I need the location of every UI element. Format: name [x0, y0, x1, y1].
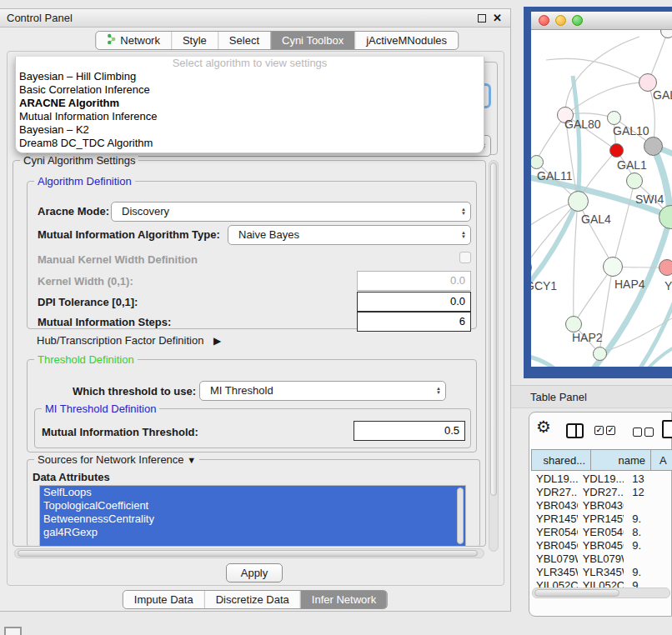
- apply-button[interactable]: Apply: [226, 563, 283, 582]
- table-row[interactable]: YER054C YER054C 8.: [531, 526, 671, 539]
- table-row[interactable]: YPR145W YPR145W 9.: [531, 512, 671, 526]
- network-node-hap2[interactable]: [565, 316, 582, 332]
- tab-network[interactable]: Network: [96, 32, 171, 49]
- dropdown-item-selected[interactable]: ARACNE Algorithm: [16, 97, 484, 110]
- settings-vertical-scrollbar[interactable]: [489, 160, 499, 552]
- table-row[interactable]: YBR045C YBR045C 9.: [531, 539, 671, 552]
- aracne-mode-combo[interactable]: Discovery ▲▼: [111, 202, 471, 222]
- combo-stepper-icon: ▲▼: [461, 208, 466, 216]
- column-header[interactable]: name: [591, 449, 651, 471]
- table-row[interactable]: YBR043C YBR043C: [531, 499, 671, 512]
- threshold-definition-group: Threshold Definition Which threshold to …: [27, 359, 477, 452]
- kernel-width-field[interactable]: 0.0: [357, 271, 471, 291]
- node-label: HAP2: [572, 331, 603, 344]
- mi-threshold-definition-title: MI Threshold Definition: [42, 402, 159, 415]
- table-row[interactable]: YIL052C YIL052C 9: [531, 579, 671, 588]
- tab-impute-data[interactable]: Impute Data: [123, 591, 204, 608]
- mac-zoom-icon[interactable]: [572, 15, 583, 26]
- mi-threshold-label: Mutual Information Threshold:: [42, 426, 198, 438]
- data-attributes-list[interactable]: SelfLoops TopologicalCoefficient Between…: [39, 485, 466, 547]
- hub-definition-expander[interactable]: Hub/Transcription Factor Definition ▶: [37, 334, 221, 347]
- tab-infer-network[interactable]: Infer Network: [300, 591, 387, 608]
- tab-jactivemnodules[interactable]: jActiveMNodules: [354, 32, 458, 49]
- column-header[interactable]: shared...: [531, 449, 591, 471]
- network-node-hap4[interactable]: [603, 257, 623, 277]
- network-node-gray[interactable]: [644, 137, 663, 156]
- control-panel-tabs: Network Style Select Cyni Toolbox jActiv…: [95, 31, 459, 50]
- dock-panel-icon[interactable]: [4, 627, 22, 635]
- mi-steps-field[interactable]: 6: [357, 312, 471, 332]
- settings-hscroll-thumb[interactable]: [18, 550, 478, 557]
- dpi-tolerance-field[interactable]: 0.0: [357, 292, 471, 312]
- export-table-icon[interactable]: [662, 420, 672, 438]
- dropdown-placeholder: Select algorithm to view settings: [16, 57, 484, 70]
- mac-minimize-icon[interactable]: [555, 15, 566, 26]
- settings-horizontal-scrollbar[interactable]: [14, 548, 484, 558]
- table-header: shared... name A: [531, 449, 672, 471]
- mac-close-icon[interactable]: [539, 15, 549, 26]
- tab-style[interactable]: Style: [171, 32, 218, 49]
- cyni-algorithm-settings-group: Cyni Algorithm Settings Algorithm Defini…: [13, 160, 486, 547]
- list-item[interactable]: gal4RGexp: [40, 526, 465, 539]
- algorithm-dropdown-popup: Select algorithm to view settings Bayesi…: [15, 57, 484, 153]
- select-all-columns-icon[interactable]: ✓✓: [594, 426, 615, 435]
- table-row[interactable]: YLR345W YLR345W 9.: [531, 566, 671, 579]
- node-label: GAL1: [617, 158, 647, 172]
- mi-threshold-field[interactable]: 0.5: [354, 421, 465, 441]
- cyni-algorithm-settings-title: Cyni Algorithm Settings: [20, 154, 138, 167]
- expander-arrow-icon[interactable]: ▶: [213, 335, 221, 347]
- network-node-red[interactable]: [609, 143, 624, 158]
- gear-icon[interactable]: ⚙: [536, 417, 551, 437]
- list-item[interactable]: SelfLoops: [40, 486, 465, 499]
- list-item[interactable]: [40, 539, 465, 547]
- manual-kernel-width-checkbox[interactable]: [459, 252, 471, 263]
- table-panel-window: ⚙ ✓✓ shared... name A YDL19... YDL19... …: [529, 412, 672, 617]
- mi-steps-label: Mutual Information Steps:: [38, 316, 171, 328]
- network-node-salmon[interactable]: [659, 259, 672, 276]
- table-row[interactable]: YBL079W YBL079W: [531, 552, 671, 566]
- sources-title: Sources for Network Inference ▼: [34, 453, 199, 466]
- dropdown-item[interactable]: Bayesian – K2: [16, 123, 484, 137]
- algorithm-definition-title: Algorithm Definition: [34, 175, 135, 188]
- network-window-titlebar[interactable]: [531, 12, 672, 30]
- network-view-window[interactable]: GAL GAL80 GAL10 GAL11 GAL1 GAL4 SWI4 GCY…: [524, 7, 672, 378]
- table-row[interactable]: YDR27... YDR27... 12: [531, 486, 671, 499]
- settings-vscroll-thumb[interactable]: [490, 162, 497, 496]
- node-label: GAL11: [537, 169, 573, 182]
- dpi-tolerance-label: DPI Tolerance [0,1]:: [38, 296, 138, 308]
- network-node-gal10[interactable]: [607, 111, 621, 125]
- network-node-gal4[interactable]: [568, 191, 589, 212]
- which-threshold-combo[interactable]: MI Threshold ▲▼: [199, 381, 446, 401]
- network-node-gal1[interactable]: [626, 172, 643, 189]
- network-canvas[interactable]: GAL GAL80 GAL10 GAL11 GAL1 GAL4 SWI4 GCY…: [531, 30, 672, 367]
- node-label: GAL10: [613, 124, 649, 138]
- list-vscroll-thumb[interactable]: [457, 488, 464, 544]
- sources-group: Sources for Network Inference ▼ Data Att…: [27, 459, 480, 547]
- dropdown-item[interactable]: Basic Correlation Inference: [16, 83, 484, 97]
- dropdown-item[interactable]: Mutual Information Inference: [16, 110, 484, 123]
- list-item[interactable]: BetweennessCentrality: [40, 512, 465, 526]
- tab-discretize-data[interactable]: Discretize Data: [204, 591, 300, 608]
- dropdown-item[interactable]: Bayesian – Hill Climbing: [16, 70, 484, 83]
- deselect-all-columns-icon[interactable]: [633, 428, 654, 437]
- table-hscroll-thumb[interactable]: [534, 589, 619, 597]
- dropdown-item[interactable]: Dream8 DC_TDC Algorithm: [16, 137, 484, 150]
- close-icon[interactable]: ✕: [493, 14, 502, 22]
- columns-icon[interactable]: [566, 423, 584, 438]
- mi-threshold-definition-group: MI Threshold Definition Mutual Informati…: [34, 408, 471, 448]
- table-horizontal-scrollbar[interactable]: [532, 588, 670, 598]
- control-panel: Control Panel ✕: [0, 8, 511, 612]
- column-header[interactable]: A: [651, 449, 672, 471]
- combo-stepper-icon: ▲▼: [436, 387, 441, 395]
- network-icon: [107, 32, 116, 49]
- float-window-icon[interactable]: [478, 14, 486, 22]
- tab-cyni-toolbox[interactable]: Cyni Toolbox: [270, 32, 354, 49]
- list-item[interactable]: TopologicalCoefficient: [40, 499, 465, 512]
- network-node[interactable]: [593, 347, 607, 361]
- cyni-bottom-tabs: Impute Data Discretize Data Infer Networ…: [123, 590, 388, 609]
- collapse-arrow-icon[interactable]: ▼: [187, 455, 196, 465]
- tab-select[interactable]: Select: [218, 32, 270, 49]
- table-row[interactable]: YDL19... YDL19... 13: [531, 472, 671, 486]
- mi-algorithm-type-combo[interactable]: Naive Bayes ▲▼: [228, 225, 471, 245]
- threshold-definition-title: Threshold Definition: [34, 353, 138, 366]
